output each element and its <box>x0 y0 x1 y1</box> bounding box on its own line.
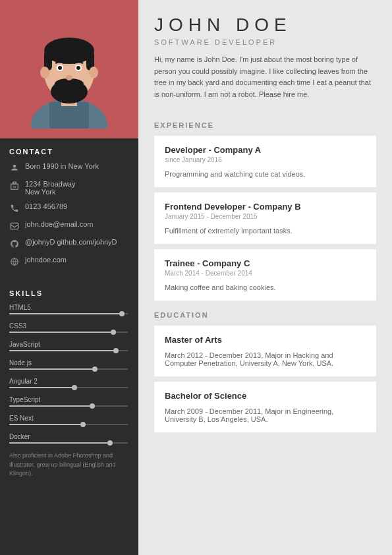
bio-text: Hi, my name is John Doe. I'm just about … <box>154 54 376 100</box>
skill-css3-label: CSS3 <box>9 322 129 330</box>
svg-point-15 <box>76 66 80 70</box>
github-icon <box>9 239 20 249</box>
phone-icon <box>9 203 20 214</box>
skill-typescript-bar <box>9 405 128 407</box>
exp-2-title: Trainee - Company C <box>165 258 366 268</box>
person-icon <box>9 163 20 173</box>
skill-typescript: TypeScript <box>9 396 129 407</box>
skill-css3-bar <box>9 332 128 333</box>
svg-rect-20 <box>15 187 16 188</box>
skill-html5-bar <box>9 313 128 314</box>
skill-javascript-bar <box>9 350 128 351</box>
edu-1-title: Bachelor of Science <box>165 391 366 401</box>
contact-item-born: Born 1990 in New York <box>9 162 129 173</box>
svg-point-7 <box>40 67 49 78</box>
skill-javascript: JavaScript <box>9 341 129 351</box>
skill-docker: Docker <box>9 433 129 444</box>
main-header: JOHN DOE SOFTWARE DEVELOPER Hi, my name … <box>138 0 392 111</box>
skill-esnext: ES Next <box>9 415 129 425</box>
candidate-name: JOHN DOE <box>154 15 376 36</box>
skill-nodejs: Node.js <box>9 359 129 370</box>
edu-0-desc: March 2012 - December 2013, Major in Hac… <box>165 351 366 367</box>
edu-1-desc: March 2009 - December 2011, Major in Eng… <box>165 407 366 423</box>
contact-item-email: john.doe@email.com <box>9 220 129 231</box>
proficiency-text: Also proficient in Adobe Photoshop and I… <box>9 452 129 479</box>
svg-rect-17 <box>11 184 18 189</box>
education-section-title: EDUCATION <box>154 311 376 319</box>
building-icon <box>9 181 20 191</box>
contact-email-text: john.doe@email.com <box>25 220 94 228</box>
svg-point-8 <box>89 67 98 78</box>
sidebar: CONTACT Born 1990 in New York 1234 Broad… <box>0 0 138 555</box>
exp-0-title: Developer - Company A <box>165 145 366 155</box>
avatar-section <box>0 0 138 138</box>
exp-0-date: since January 2016 <box>165 156 366 163</box>
avatar <box>23 10 115 129</box>
contact-item-phone: 0123 456789 <box>9 202 129 214</box>
edu-0-title: Master of Arts <box>165 335 366 345</box>
contact-title: CONTACT <box>9 148 129 156</box>
skill-docker-label: Docker <box>9 433 129 440</box>
experience-card-2: Trainee - Company C March 2014 - Decembe… <box>154 249 376 301</box>
skill-angular2-bar <box>9 387 128 388</box>
skill-html5: HTML5 <box>9 304 129 314</box>
skill-docker-bar <box>9 442 128 444</box>
contact-phone-text: 0123 456789 <box>25 202 67 210</box>
contact-item-address: 1234 BroadwayNew York <box>9 180 129 196</box>
exp-1-title: Frontend Developer - Company B <box>165 202 366 212</box>
main-content-area: JOHN DOE SOFTWARE DEVELOPER Hi, my name … <box>138 0 392 555</box>
experience-section-title: EXPERIENCE <box>154 121 376 129</box>
skill-typescript-label: TypeScript <box>9 396 129 403</box>
skill-esnext-bar <box>9 424 128 425</box>
email-icon <box>9 221 20 231</box>
svg-rect-21 <box>11 223 18 229</box>
experience-card-1: Frontend Developer - Company B January 2… <box>154 192 376 244</box>
contact-github-text: @johnyD github.com/johnyD <box>25 238 117 246</box>
skill-css3: CSS3 <box>9 322 129 333</box>
svg-point-11 <box>66 75 72 80</box>
skills-title: SKILLS <box>9 289 129 297</box>
exp-1-date: January 2015 - December 2015 <box>165 213 366 220</box>
exp-1-desc: Fulfillment of extremely important tasks… <box>165 227 366 235</box>
contact-item-github: @johnyD github.com/johnyD <box>9 238 129 249</box>
svg-rect-18 <box>13 182 16 184</box>
main-sections: EXPERIENCE Developer - Company A since J… <box>138 121 392 451</box>
contact-website-text: johndoe.com <box>25 256 67 264</box>
exp-2-date: March 2014 - December 2014 <box>165 270 366 277</box>
svg-rect-19 <box>13 187 14 188</box>
exp-2-desc: Making coffee and baking cookies. <box>165 283 366 291</box>
experience-card-0: Developer - Company A since January 2016… <box>154 136 376 187</box>
exp-0-desc: Programming and watching cute cat videos… <box>165 170 366 178</box>
svg-point-14 <box>58 66 62 70</box>
skill-nodejs-label: Node.js <box>9 359 129 366</box>
svg-point-16 <box>13 165 16 168</box>
contact-born-text: Born 1990 in New York <box>25 162 99 170</box>
skill-angular2: Angular 2 <box>9 378 129 388</box>
skill-nodejs-bar <box>9 368 128 370</box>
education-card-0: Master of Arts March 2012 - December 201… <box>154 326 376 376</box>
contact-item-website: johndoe.com <box>9 256 129 267</box>
skills-section: SKILLS HTML5 CSS3 JavaScript Node.js <box>0 280 138 485</box>
skill-html5-label: HTML5 <box>9 304 129 311</box>
globe-icon <box>9 256 20 267</box>
skill-javascript-label: JavaScript <box>9 341 129 348</box>
contact-address-text: 1234 BroadwayNew York <box>25 180 75 196</box>
job-title: SOFTWARE DEVELOPER <box>154 38 376 46</box>
contact-section: CONTACT Born 1990 in New York 1234 Broad… <box>0 138 138 280</box>
skill-esnext-label: ES Next <box>9 415 129 422</box>
skill-angular2-label: Angular 2 <box>9 378 129 385</box>
education-card-1: Bachelor of Science March 2009 - Decembe… <box>154 382 376 432</box>
